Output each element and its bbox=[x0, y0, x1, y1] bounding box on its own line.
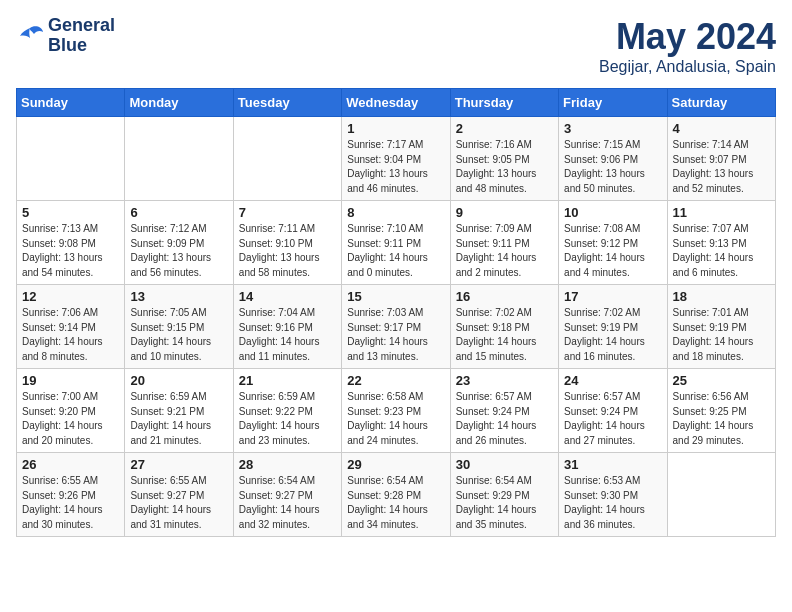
day-detail: Sunrise: 6:55 AM Sunset: 9:27 PM Dayligh… bbox=[130, 474, 227, 532]
calendar-cell: 26Sunrise: 6:55 AM Sunset: 9:26 PM Dayli… bbox=[17, 453, 125, 537]
page-header: General Blue May 2024 Begijar, Andalusia… bbox=[16, 16, 776, 76]
day-number: 2 bbox=[456, 121, 553, 136]
day-detail: Sunrise: 7:08 AM Sunset: 9:12 PM Dayligh… bbox=[564, 222, 661, 280]
day-detail: Sunrise: 7:17 AM Sunset: 9:04 PM Dayligh… bbox=[347, 138, 444, 196]
day-detail: Sunrise: 6:55 AM Sunset: 9:26 PM Dayligh… bbox=[22, 474, 119, 532]
calendar-cell: 20Sunrise: 6:59 AM Sunset: 9:21 PM Dayli… bbox=[125, 369, 233, 453]
day-detail: Sunrise: 6:59 AM Sunset: 9:21 PM Dayligh… bbox=[130, 390, 227, 448]
day-number: 3 bbox=[564, 121, 661, 136]
day-number: 11 bbox=[673, 205, 770, 220]
day-detail: Sunrise: 7:16 AM Sunset: 9:05 PM Dayligh… bbox=[456, 138, 553, 196]
day-detail: Sunrise: 7:01 AM Sunset: 9:19 PM Dayligh… bbox=[673, 306, 770, 364]
day-detail: Sunrise: 6:54 AM Sunset: 9:28 PM Dayligh… bbox=[347, 474, 444, 532]
day-detail: Sunrise: 7:10 AM Sunset: 9:11 PM Dayligh… bbox=[347, 222, 444, 280]
calendar-cell: 9Sunrise: 7:09 AM Sunset: 9:11 PM Daylig… bbox=[450, 201, 558, 285]
day-detail: Sunrise: 7:12 AM Sunset: 9:09 PM Dayligh… bbox=[130, 222, 227, 280]
calendar-cell: 23Sunrise: 6:57 AM Sunset: 9:24 PM Dayli… bbox=[450, 369, 558, 453]
day-number: 18 bbox=[673, 289, 770, 304]
calendar-week-row: 5Sunrise: 7:13 AM Sunset: 9:08 PM Daylig… bbox=[17, 201, 776, 285]
day-number: 31 bbox=[564, 457, 661, 472]
day-detail: Sunrise: 7:14 AM Sunset: 9:07 PM Dayligh… bbox=[673, 138, 770, 196]
calendar-cell: 7Sunrise: 7:11 AM Sunset: 9:10 PM Daylig… bbox=[233, 201, 341, 285]
day-number: 22 bbox=[347, 373, 444, 388]
day-number: 4 bbox=[673, 121, 770, 136]
day-detail: Sunrise: 7:06 AM Sunset: 9:14 PM Dayligh… bbox=[22, 306, 119, 364]
day-detail: Sunrise: 6:53 AM Sunset: 9:30 PM Dayligh… bbox=[564, 474, 661, 532]
calendar-table: SundayMondayTuesdayWednesdayThursdayFrid… bbox=[16, 88, 776, 537]
day-detail: Sunrise: 7:03 AM Sunset: 9:17 PM Dayligh… bbox=[347, 306, 444, 364]
day-detail: Sunrise: 7:05 AM Sunset: 9:15 PM Dayligh… bbox=[130, 306, 227, 364]
logo-icon bbox=[16, 24, 44, 48]
day-number: 1 bbox=[347, 121, 444, 136]
day-number: 5 bbox=[22, 205, 119, 220]
day-number: 8 bbox=[347, 205, 444, 220]
day-number: 21 bbox=[239, 373, 336, 388]
calendar-cell bbox=[17, 117, 125, 201]
calendar-cell: 14Sunrise: 7:04 AM Sunset: 9:16 PM Dayli… bbox=[233, 285, 341, 369]
calendar-cell bbox=[125, 117, 233, 201]
day-detail: Sunrise: 7:00 AM Sunset: 9:20 PM Dayligh… bbox=[22, 390, 119, 448]
calendar-week-row: 19Sunrise: 7:00 AM Sunset: 9:20 PM Dayli… bbox=[17, 369, 776, 453]
weekday-header-wednesday: Wednesday bbox=[342, 89, 450, 117]
weekday-header-tuesday: Tuesday bbox=[233, 89, 341, 117]
day-detail: Sunrise: 7:13 AM Sunset: 9:08 PM Dayligh… bbox=[22, 222, 119, 280]
calendar-cell: 2Sunrise: 7:16 AM Sunset: 9:05 PM Daylig… bbox=[450, 117, 558, 201]
calendar-cell: 21Sunrise: 6:59 AM Sunset: 9:22 PM Dayli… bbox=[233, 369, 341, 453]
calendar-cell: 16Sunrise: 7:02 AM Sunset: 9:18 PM Dayli… bbox=[450, 285, 558, 369]
day-detail: Sunrise: 6:57 AM Sunset: 9:24 PM Dayligh… bbox=[564, 390, 661, 448]
day-detail: Sunrise: 7:04 AM Sunset: 9:16 PM Dayligh… bbox=[239, 306, 336, 364]
weekday-header-friday: Friday bbox=[559, 89, 667, 117]
calendar-cell: 17Sunrise: 7:02 AM Sunset: 9:19 PM Dayli… bbox=[559, 285, 667, 369]
calendar-cell: 31Sunrise: 6:53 AM Sunset: 9:30 PM Dayli… bbox=[559, 453, 667, 537]
calendar-cell: 22Sunrise: 6:58 AM Sunset: 9:23 PM Dayli… bbox=[342, 369, 450, 453]
day-number: 29 bbox=[347, 457, 444, 472]
day-number: 9 bbox=[456, 205, 553, 220]
day-detail: Sunrise: 7:11 AM Sunset: 9:10 PM Dayligh… bbox=[239, 222, 336, 280]
calendar-cell: 11Sunrise: 7:07 AM Sunset: 9:13 PM Dayli… bbox=[667, 201, 775, 285]
day-number: 17 bbox=[564, 289, 661, 304]
day-detail: Sunrise: 7:09 AM Sunset: 9:11 PM Dayligh… bbox=[456, 222, 553, 280]
weekday-header-monday: Monday bbox=[125, 89, 233, 117]
day-detail: Sunrise: 6:57 AM Sunset: 9:24 PM Dayligh… bbox=[456, 390, 553, 448]
calendar-cell: 30Sunrise: 6:54 AM Sunset: 9:29 PM Dayli… bbox=[450, 453, 558, 537]
calendar-subtitle: Begijar, Andalusia, Spain bbox=[599, 58, 776, 76]
day-number: 16 bbox=[456, 289, 553, 304]
day-number: 6 bbox=[130, 205, 227, 220]
day-number: 14 bbox=[239, 289, 336, 304]
day-number: 28 bbox=[239, 457, 336, 472]
day-detail: Sunrise: 7:15 AM Sunset: 9:06 PM Dayligh… bbox=[564, 138, 661, 196]
day-number: 24 bbox=[564, 373, 661, 388]
calendar-cell: 1Sunrise: 7:17 AM Sunset: 9:04 PM Daylig… bbox=[342, 117, 450, 201]
calendar-cell: 12Sunrise: 7:06 AM Sunset: 9:14 PM Dayli… bbox=[17, 285, 125, 369]
calendar-week-row: 12Sunrise: 7:06 AM Sunset: 9:14 PM Dayli… bbox=[17, 285, 776, 369]
calendar-cell: 3Sunrise: 7:15 AM Sunset: 9:06 PM Daylig… bbox=[559, 117, 667, 201]
calendar-cell: 15Sunrise: 7:03 AM Sunset: 9:17 PM Dayli… bbox=[342, 285, 450, 369]
day-detail: Sunrise: 6:54 AM Sunset: 9:29 PM Dayligh… bbox=[456, 474, 553, 532]
logo-line2: Blue bbox=[48, 36, 115, 56]
calendar-cell: 10Sunrise: 7:08 AM Sunset: 9:12 PM Dayli… bbox=[559, 201, 667, 285]
day-number: 12 bbox=[22, 289, 119, 304]
day-detail: Sunrise: 6:56 AM Sunset: 9:25 PM Dayligh… bbox=[673, 390, 770, 448]
day-number: 13 bbox=[130, 289, 227, 304]
day-number: 27 bbox=[130, 457, 227, 472]
calendar-cell: 29Sunrise: 6:54 AM Sunset: 9:28 PM Dayli… bbox=[342, 453, 450, 537]
calendar-cell: 13Sunrise: 7:05 AM Sunset: 9:15 PM Dayli… bbox=[125, 285, 233, 369]
calendar-cell: 27Sunrise: 6:55 AM Sunset: 9:27 PM Dayli… bbox=[125, 453, 233, 537]
calendar-cell: 24Sunrise: 6:57 AM Sunset: 9:24 PM Dayli… bbox=[559, 369, 667, 453]
day-number: 20 bbox=[130, 373, 227, 388]
weekday-header-row: SundayMondayTuesdayWednesdayThursdayFrid… bbox=[17, 89, 776, 117]
calendar-week-row: 1Sunrise: 7:17 AM Sunset: 9:04 PM Daylig… bbox=[17, 117, 776, 201]
day-number: 7 bbox=[239, 205, 336, 220]
day-number: 15 bbox=[347, 289, 444, 304]
day-number: 19 bbox=[22, 373, 119, 388]
calendar-cell bbox=[233, 117, 341, 201]
calendar-cell: 28Sunrise: 6:54 AM Sunset: 9:27 PM Dayli… bbox=[233, 453, 341, 537]
day-detail: Sunrise: 6:59 AM Sunset: 9:22 PM Dayligh… bbox=[239, 390, 336, 448]
day-number: 26 bbox=[22, 457, 119, 472]
day-number: 23 bbox=[456, 373, 553, 388]
day-number: 25 bbox=[673, 373, 770, 388]
day-number: 10 bbox=[564, 205, 661, 220]
day-detail: Sunrise: 7:02 AM Sunset: 9:18 PM Dayligh… bbox=[456, 306, 553, 364]
calendar-cell: 5Sunrise: 7:13 AM Sunset: 9:08 PM Daylig… bbox=[17, 201, 125, 285]
day-detail: Sunrise: 6:54 AM Sunset: 9:27 PM Dayligh… bbox=[239, 474, 336, 532]
